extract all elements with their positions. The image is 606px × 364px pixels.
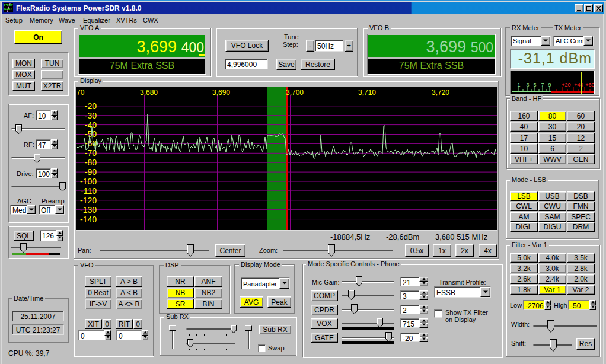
svg-text:-30: -30 (85, 111, 97, 120)
svg-text:-90: -90 (85, 167, 97, 177)
svg-text:+60: +60 (585, 82, 594, 88)
svg-text:9: 9 (548, 82, 551, 88)
svg-text:-40: -40 (85, 120, 97, 130)
svg-text:-140: -140 (80, 215, 97, 224)
svg-text:-120: -120 (80, 196, 97, 205)
svg-text:3: 3 (526, 82, 529, 88)
svg-text:3,690: 3,690 (212, 88, 230, 97)
svg-text:-20: -20 (85, 101, 97, 111)
svg-text:-80: -80 (85, 158, 97, 167)
svg-text:70: 70 (76, 88, 85, 97)
svg-text:-110: -110 (81, 186, 97, 196)
svg-text:3,720: 3,720 (432, 88, 449, 97)
svg-text:-100: -100 (80, 177, 97, 186)
svg-text:3,710: 3,710 (358, 88, 376, 97)
svg-text:1: 1 (517, 82, 520, 88)
svg-text:5: 5 (533, 82, 536, 88)
svg-text:3,700: 3,700 (286, 88, 304, 97)
svg-text:3,680: 3,680 (140, 88, 158, 97)
svg-text:7: 7 (541, 82, 544, 88)
svg-text:-50: -50 (85, 129, 97, 139)
svg-text:-130: -130 (80, 205, 97, 215)
svg-text:+20: +20 (562, 82, 570, 88)
